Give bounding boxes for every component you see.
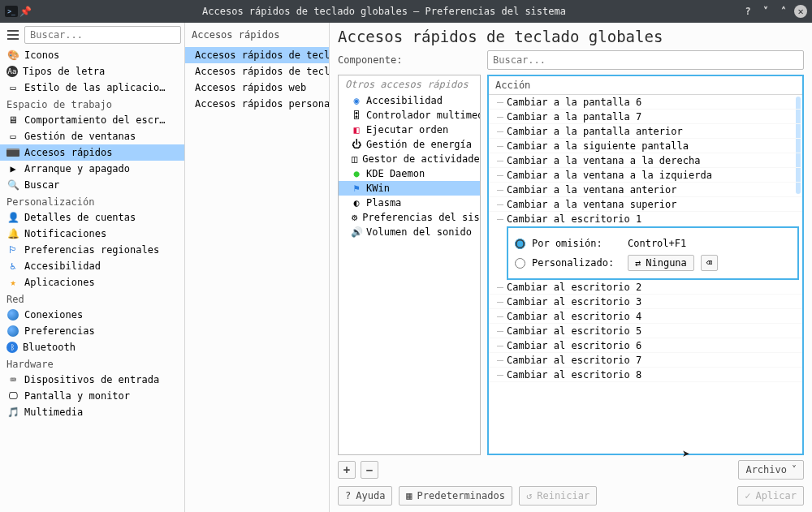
nav-item-shortcuts[interactable]: Accesos rápidos (0, 144, 184, 161)
nav-item[interactable]: ▭Estilo de las aplicacio… (0, 80, 184, 96)
action-item[interactable]: Cambiar al escritorio 7 (489, 353, 802, 368)
clear-shortcut-button[interactable]: ⌫ (701, 255, 718, 271)
shortcut-editor: Por omisión: Control+F1 Personalizado: ⇄… (507, 226, 799, 280)
nav-item[interactable]: ▶Arranque y apagado (0, 161, 184, 177)
nav-item[interactable]: 🏳Preferencias regionales (0, 242, 184, 258)
power-icon: ⏻ (352, 140, 361, 149)
undo-icon: ↺ (526, 490, 532, 501)
action-item[interactable]: Cambiar al escritorio 8 (489, 368, 802, 382)
shortcuts-item[interactable]: Accesos rápidos de teclad… (185, 47, 329, 63)
apply-button[interactable]: ✓Aplicar (737, 486, 804, 506)
action-item[interactable]: Cambiar a la ventana a la derecha (489, 153, 802, 168)
key-capture-button[interactable]: ⇄Ninguna (628, 255, 694, 271)
maximize-icon[interactable]: ˄ (776, 4, 791, 19)
add-button[interactable]: + (338, 461, 356, 479)
action-item[interactable]: Cambiar a la ventana a la izquierda (489, 168, 802, 183)
actions-panel: Acción Cambiar a la pantalla 6 Cambiar a… (487, 75, 804, 455)
settings-icon: ⚙ (352, 213, 357, 222)
nav-category: Espacio de trabajo (0, 96, 184, 112)
window-title: Accesos rápidos de teclado globales — Pr… (31, 6, 737, 17)
component-search-input[interactable] (487, 50, 804, 70)
components-list[interactable]: ◉Accesibilidad 🎛Controlador multimedia ◧… (339, 93, 480, 454)
page-title: Accesos rápidos de teclado globales (330, 23, 812, 49)
a11y-icon: ♿ (6, 260, 19, 273)
shortcuts-item[interactable]: Accesos rápidos personali… (185, 96, 329, 112)
action-item[interactable]: Cambiar a la ventana anterior (489, 183, 802, 197)
nav-item[interactable]: 🔍Buscar (0, 177, 184, 193)
component-item[interactable]: ●KDE Daemon (339, 166, 480, 181)
display-icon: 🖵 (6, 389, 19, 402)
nav-item[interactable]: 🎨Iconos (0, 47, 184, 63)
action-item[interactable]: Cambiar al escritorio 6 (489, 338, 802, 353)
fonts-icon: Aa (6, 66, 18, 77)
action-item[interactable]: Cambiar al escritorio 4 (489, 309, 802, 324)
nav-item[interactable]: 👤Detalles de cuentas (0, 209, 184, 226)
nav-item[interactable]: ▭Gestión de ventanas (0, 128, 184, 144)
action-item[interactable]: Cambiar al escritorio 3 (489, 295, 802, 309)
menu-icon[interactable] (5, 27, 21, 43)
a11y-icon: ◉ (352, 96, 361, 105)
component-item[interactable]: ◉Accesibilidad (339, 93, 480, 108)
help-icon[interactable]: ? (741, 4, 755, 19)
nav-item[interactable]: Conexiones (0, 307, 184, 323)
custom-radio[interactable] (515, 258, 525, 269)
component-item[interactable]: 🎛Controlador multimedia (339, 108, 480, 123)
components-panel: Otros accesos rápidos ◉Accesibilidad 🎛Co… (338, 75, 481, 455)
component-item[interactable]: ◫Gestor de actividades (339, 152, 480, 166)
shortcuts-list[interactable]: Accesos rápidos de teclad… Accesos rápid… (185, 47, 329, 512)
component-item-kwin[interactable]: ⚑KWin (339, 181, 480, 196)
component-item[interactable]: ◧Ejecutar orden (339, 123, 480, 137)
component-item[interactable]: 🔊Volumen del sonido (339, 225, 480, 239)
nav-item[interactable]: 🖥Comportamiento del escr… (0, 112, 184, 128)
nav-item[interactable]: ★Aplicaciones (0, 274, 184, 290)
action-item[interactable]: Cambiar a la pantalla anterior (489, 124, 802, 139)
desktop-behavior-icon: 🖥 (6, 114, 19, 127)
shortcuts-item[interactable]: Accesos rápidos web (185, 80, 329, 96)
action-item[interactable]: Cambiar al escritorio 2 (489, 280, 802, 295)
action-item-selected[interactable]: Cambiar al escritorio 1 (489, 212, 802, 226)
app-icon: >_ (5, 6, 18, 17)
nav-list[interactable]: 🎨Iconos AaTipos de letra ▭Estilo de las … (0, 47, 184, 512)
component-item[interactable]: ⚙Preferencias del sistema (339, 210, 480, 225)
pin-icon[interactable]: 📌 (19, 6, 31, 17)
nav-item[interactable]: 🖵Pantalla y monitor (0, 388, 184, 404)
remove-button[interactable]: − (361, 461, 378, 479)
defaults-button[interactable]: ▦Predeterminados (399, 486, 512, 506)
nav-item[interactable]: ⌨Dispositivos de entrada (0, 372, 184, 388)
nav-item[interactable]: AaTipos de letra (0, 63, 184, 80)
nav-item[interactable]: 🎵Multimedia (0, 404, 184, 420)
shortcuts-item[interactable]: Accesos rápidos de teclad… (185, 63, 329, 80)
notifications-icon: 🔔 (6, 227, 19, 240)
nav-item[interactable]: ♿Accesibilidad (0, 258, 184, 274)
window: >_ 📌 Accesos rápidos de teclado globales… (0, 0, 812, 512)
restart-button[interactable]: ↺Reiniciar (519, 486, 597, 506)
nav-item[interactable]: 🔔Notificaciones (0, 226, 184, 242)
file-button[interactable]: Archivo˅ (738, 460, 804, 480)
run-icon: ◧ (352, 125, 361, 135)
chevron-down-icon: ˅ (792, 464, 797, 475)
close-icon[interactable]: ✕ (794, 5, 807, 18)
action-item[interactable]: Cambiar a la pantalla 6 (489, 95, 802, 110)
action-item[interactable]: Cambiar a la siguiente pantalla (489, 139, 802, 153)
swap-icon: ⇄ (635, 257, 641, 269)
minimize-icon[interactable]: ˅ (758, 4, 773, 19)
actions-list[interactable]: Cambiar a la pantalla 6 Cambiar a la pan… (489, 95, 802, 454)
check-icon: ✓ (745, 490, 750, 501)
component-item[interactable]: ◐Plasma (339, 196, 480, 210)
component-item[interactable]: ⏻Gestión de energía (339, 137, 480, 152)
nav-search-input[interactable] (24, 26, 181, 44)
action-item[interactable]: Cambiar al escritorio 5 (489, 324, 802, 338)
default-label: Por omisión: (532, 238, 621, 249)
nav-item[interactable]: ᛒBluetooth (0, 339, 184, 355)
main-panel: Accesos rápidos de teclado globales Comp… (330, 23, 812, 512)
nav-category: Hardware (0, 355, 184, 372)
help-button[interactable]: ?Ayuda (338, 486, 392, 506)
components-header: Otros accesos rápidos (339, 75, 480, 93)
connections-icon (6, 308, 19, 321)
titlebar[interactable]: >_ 📌 Accesos rápidos de teclado globales… (0, 0, 812, 23)
nav-item[interactable]: Preferencias (0, 323, 184, 339)
input-devices-icon: ⌨ (6, 373, 19, 386)
action-item[interactable]: Cambiar a la pantalla 7 (489, 110, 802, 124)
action-item[interactable]: Cambiar a la ventana superior (489, 197, 802, 212)
default-radio[interactable] (515, 239, 525, 249)
